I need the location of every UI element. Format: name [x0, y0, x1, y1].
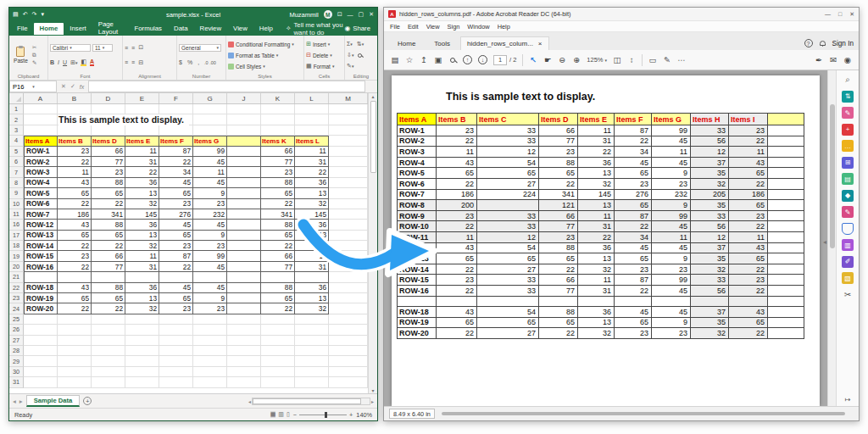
- excel-cell[interactable]: 36: [125, 178, 159, 188]
- excel-cell[interactable]: 186: [58, 209, 92, 220]
- excel-cell[interactable]: [24, 114, 58, 125]
- excel-cell[interactable]: 32: [125, 199, 159, 209]
- excel-cell[interactable]: [261, 114, 295, 125]
- paste-button[interactable]: Paste: [11, 37, 31, 73]
- excel-cell[interactable]: 341: [92, 209, 125, 220]
- hscroll-left-icon[interactable]: ◂: [248, 398, 251, 404]
- excel-cell[interactable]: [329, 377, 368, 387]
- excel-cell[interactable]: [295, 367, 329, 377]
- excel-cell[interactable]: 66: [92, 147, 125, 157]
- excel-cell[interactable]: [227, 231, 261, 241]
- excel-cell[interactable]: [329, 356, 368, 366]
- select-tool-icon[interactable]: ↖: [529, 55, 537, 64]
- excel-cell[interactable]: 65: [92, 231, 125, 241]
- menu-file[interactable]: File: [390, 23, 400, 31]
- excel-cell[interactable]: 9: [193, 293, 227, 303]
- excel-cell[interactable]: [193, 367, 227, 377]
- tab-home[interactable]: Home: [34, 23, 64, 35]
- excel-cell[interactable]: [193, 272, 227, 282]
- page-indicator[interactable]: 1/ 2: [493, 55, 516, 65]
- excel-cell[interactable]: [261, 356, 295, 366]
- excel-row-header[interactable]: 6: [9, 157, 24, 167]
- excel-cell[interactable]: [125, 367, 159, 377]
- excel-cell[interactable]: [227, 241, 261, 251]
- confirm-entry-icon[interactable]: ✓: [70, 83, 75, 90]
- excel-cell[interactable]: 11: [193, 167, 227, 177]
- tab-help[interactable]: Help: [253, 23, 279, 35]
- excel-cell[interactable]: [58, 356, 92, 366]
- excel-cell[interactable]: [329, 178, 368, 188]
- excel-cell[interactable]: 22: [125, 167, 159, 177]
- excel-cell[interactable]: [329, 188, 368, 198]
- excel-cell[interactable]: [261, 104, 295, 114]
- excel-column-header[interactable]: L: [295, 93, 329, 103]
- excel-cell[interactable]: 87: [159, 147, 193, 157]
- pdf-vertical-scrollbar[interactable]: [827, 70, 836, 406]
- excel-cell[interactable]: [92, 377, 125, 387]
- excel-row-header[interactable]: 1: [9, 104, 24, 114]
- excel-cell[interactable]: 276: [159, 209, 193, 220]
- excel-row-header[interactable]: 10: [9, 199, 24, 209]
- excel-cell[interactable]: [159, 325, 193, 335]
- qat-more-icon[interactable]: ▾: [41, 11, 44, 18]
- excel-cell[interactable]: 65: [58, 231, 92, 241]
- excel-column-header[interactable]: D: [92, 93, 125, 103]
- excel-cell[interactable]: 11: [58, 167, 92, 177]
- excel-cell[interactable]: ROW-16: [24, 262, 58, 272]
- excel-cell[interactable]: [125, 125, 159, 136]
- excel-cell[interactable]: 232: [193, 209, 227, 220]
- excel-cell[interactable]: [24, 336, 58, 346]
- tab-data[interactable]: Data: [168, 23, 193, 35]
- tab-file[interactable]: File: [11, 23, 34, 35]
- excel-cell[interactable]: 99: [193, 251, 227, 261]
- excel-row-header[interactable]: 4: [9, 136, 24, 146]
- excel-cell[interactable]: [227, 157, 261, 167]
- protect-icon[interactable]: [842, 223, 854, 235]
- excel-row-header[interactable]: 20: [9, 262, 24, 272]
- excel-cell[interactable]: 77: [92, 157, 125, 167]
- number-format-dropdown[interactable]: General▾: [179, 44, 221, 52]
- excel-cell[interactable]: 87: [159, 251, 193, 261]
- excel-row-header[interactable]: 24: [9, 303, 24, 314]
- excel-cell[interactable]: 66: [261, 147, 295, 157]
- excel-cell[interactable]: [227, 356, 261, 366]
- excel-cell[interactable]: [227, 188, 261, 198]
- excel-cell[interactable]: [58, 377, 92, 387]
- excel-cell[interactable]: 23: [58, 251, 92, 261]
- comma-format-icon[interactable]: ,: [198, 59, 199, 65]
- excel-column-header[interactable]: J: [227, 93, 261, 103]
- excel-cell[interactable]: [125, 377, 159, 387]
- zoom-slider-thumb[interactable]: [325, 412, 327, 418]
- excel-cell[interactable]: [261, 336, 295, 346]
- bold-button[interactable]: B: [50, 59, 54, 65]
- excel-cell[interactable]: [329, 157, 368, 167]
- excel-cell[interactable]: [261, 314, 295, 325]
- excel-cell[interactable]: [58, 272, 92, 282]
- excel-cell[interactable]: 23: [261, 167, 295, 177]
- excel-cell[interactable]: [329, 125, 368, 136]
- wrap-text-icon[interactable]: ⊡: [138, 44, 143, 51]
- cell-styles-button[interactable]: Cell Styles▾: [228, 62, 302, 70]
- excel-cell[interactable]: [92, 367, 125, 377]
- fit-page-icon[interactable]: ◫: [613, 55, 621, 64]
- tab-home[interactable]: Home: [389, 37, 424, 50]
- sheet-nav-left-icon[interactable]: ◂: [13, 398, 16, 405]
- excel-cell[interactable]: ROW-6: [24, 199, 58, 209]
- excel-cell[interactable]: [227, 251, 261, 261]
- page-layout-view-icon[interactable]: ▥: [278, 411, 284, 418]
- excel-cell[interactable]: [125, 325, 159, 335]
- sign-agreements-icon[interactable]: ✐: [842, 256, 854, 268]
- redact-icon[interactable]: ✂: [842, 289, 854, 301]
- excel-cell[interactable]: [193, 346, 227, 356]
- excel-cell[interactable]: 34: [159, 167, 193, 177]
- copy-icon[interactable]: ⧉: [32, 52, 36, 59]
- excel-cell[interactable]: 11: [295, 147, 329, 157]
- undo-icon[interactable]: ↶: [23, 11, 28, 18]
- align-middle-icon[interactable]: ≡: [131, 45, 135, 51]
- excel-cell[interactable]: 65: [58, 293, 92, 303]
- excel-header-cell[interactable]: Items B: [58, 136, 92, 146]
- excel-row-header[interactable]: 9: [9, 188, 24, 198]
- tab-insert[interactable]: Insert: [64, 23, 92, 35]
- excel-cell[interactable]: [24, 125, 58, 136]
- excel-cell[interactable]: [295, 336, 329, 346]
